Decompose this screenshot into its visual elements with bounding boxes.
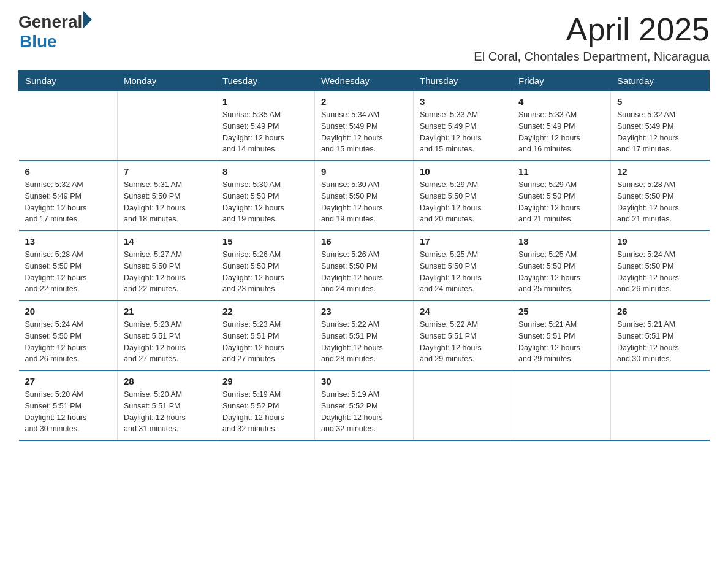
day-number: 3 bbox=[420, 96, 506, 107]
calendar-cell: 18Sunrise: 5:25 AMSunset: 5:50 PMDayligh… bbox=[512, 231, 611, 301]
day-info: Sunrise: 5:33 AMSunset: 5:49 PMDaylight:… bbox=[518, 109, 604, 155]
calendar-cell: 26Sunrise: 5:21 AMSunset: 5:51 PMDayligh… bbox=[611, 301, 710, 370]
day-info: Sunrise: 5:21 AMSunset: 5:51 PMDaylight:… bbox=[617, 319, 703, 365]
day-number: 15 bbox=[222, 236, 308, 247]
day-number: 24 bbox=[420, 306, 506, 316]
day-number: 27 bbox=[25, 376, 112, 386]
day-info: Sunrise: 5:21 AMSunset: 5:51 PMDaylight:… bbox=[518, 319, 604, 365]
calendar-cell: 6Sunrise: 5:32 AMSunset: 5:49 PMDaylight… bbox=[19, 161, 118, 231]
calendar-cell: 7Sunrise: 5:31 AMSunset: 5:50 PMDaylight… bbox=[118, 161, 216, 231]
day-number: 23 bbox=[321, 306, 407, 316]
calendar-cell: 11Sunrise: 5:29 AMSunset: 5:50 PMDayligh… bbox=[512, 161, 611, 231]
calendar-cell: 28Sunrise: 5:20 AMSunset: 5:51 PMDayligh… bbox=[118, 370, 216, 440]
day-number: 10 bbox=[420, 166, 506, 177]
logo: General Blue bbox=[18, 12, 92, 52]
calendar-cell bbox=[414, 370, 512, 440]
calendar-cell: 13Sunrise: 5:28 AMSunset: 5:50 PMDayligh… bbox=[19, 231, 118, 301]
day-info: Sunrise: 5:27 AMSunset: 5:50 PMDaylight:… bbox=[124, 249, 210, 295]
calendar-header-row: SundayMondayTuesdayWednesdayThursdayFrid… bbox=[19, 71, 710, 91]
calendar-cell: 17Sunrise: 5:25 AMSunset: 5:50 PMDayligh… bbox=[414, 231, 512, 301]
day-info: Sunrise: 5:25 AMSunset: 5:50 PMDaylight:… bbox=[518, 249, 604, 295]
calendar-week-row: 1Sunrise: 5:35 AMSunset: 5:49 PMDaylight… bbox=[19, 91, 710, 161]
weekday-header-wednesday: Wednesday bbox=[315, 71, 414, 91]
logo-text-general: General bbox=[18, 12, 82, 32]
logo-text-blue: Blue bbox=[20, 32, 92, 52]
calendar-cell: 3Sunrise: 5:33 AMSunset: 5:49 PMDaylight… bbox=[414, 91, 512, 161]
calendar-cell bbox=[611, 370, 710, 440]
day-info: Sunrise: 5:22 AMSunset: 5:51 PMDaylight:… bbox=[321, 319, 407, 365]
logo-arrow-icon bbox=[83, 11, 92, 28]
day-info: Sunrise: 5:23 AMSunset: 5:51 PMDaylight:… bbox=[222, 319, 308, 365]
day-info: Sunrise: 5:19 AMSunset: 5:52 PMDaylight:… bbox=[222, 389, 308, 435]
day-number: 1 bbox=[222, 96, 308, 107]
weekday-header-sunday: Sunday bbox=[19, 71, 118, 91]
page-header: General Blue April 2025 El Coral, Chonta… bbox=[18, 12, 710, 64]
calendar-cell: 1Sunrise: 5:35 AMSunset: 5:49 PMDaylight… bbox=[216, 91, 315, 161]
calendar-cell: 19Sunrise: 5:24 AMSunset: 5:50 PMDayligh… bbox=[611, 231, 710, 301]
day-info: Sunrise: 5:31 AMSunset: 5:50 PMDaylight:… bbox=[124, 179, 210, 225]
calendar-cell: 25Sunrise: 5:21 AMSunset: 5:51 PMDayligh… bbox=[512, 301, 611, 370]
day-number: 11 bbox=[518, 166, 604, 177]
day-info: Sunrise: 5:28 AMSunset: 5:50 PMDaylight:… bbox=[617, 179, 703, 225]
day-number: 21 bbox=[124, 306, 210, 316]
calendar-week-row: 20Sunrise: 5:24 AMSunset: 5:50 PMDayligh… bbox=[19, 301, 710, 370]
location-title: El Coral, Chontales Department, Nicaragu… bbox=[474, 50, 710, 64]
calendar-cell: 8Sunrise: 5:30 AMSunset: 5:50 PMDaylight… bbox=[216, 161, 315, 231]
day-info: Sunrise: 5:23 AMSunset: 5:51 PMDaylight:… bbox=[124, 319, 210, 365]
day-number: 26 bbox=[617, 306, 703, 316]
day-info: Sunrise: 5:24 AMSunset: 5:50 PMDaylight:… bbox=[617, 249, 703, 295]
calendar-cell: 9Sunrise: 5:30 AMSunset: 5:50 PMDaylight… bbox=[315, 161, 414, 231]
day-info: Sunrise: 5:20 AMSunset: 5:51 PMDaylight:… bbox=[124, 389, 210, 435]
title-section: April 2025 El Coral, Chontales Departmen… bbox=[474, 12, 710, 64]
day-info: Sunrise: 5:29 AMSunset: 5:50 PMDaylight:… bbox=[518, 179, 604, 225]
day-info: Sunrise: 5:28 AMSunset: 5:50 PMDaylight:… bbox=[25, 249, 112, 295]
day-number: 7 bbox=[124, 166, 210, 177]
day-number: 16 bbox=[321, 236, 407, 247]
calendar-cell: 24Sunrise: 5:22 AMSunset: 5:51 PMDayligh… bbox=[414, 301, 512, 370]
day-number: 22 bbox=[222, 306, 308, 316]
day-number: 6 bbox=[25, 166, 112, 177]
calendar-cell bbox=[19, 91, 118, 161]
day-number: 8 bbox=[222, 166, 308, 177]
weekday-header-tuesday: Tuesday bbox=[216, 71, 315, 91]
day-info: Sunrise: 5:29 AMSunset: 5:50 PMDaylight:… bbox=[420, 179, 506, 225]
day-info: Sunrise: 5:26 AMSunset: 5:50 PMDaylight:… bbox=[222, 249, 308, 295]
day-info: Sunrise: 5:20 AMSunset: 5:51 PMDaylight:… bbox=[25, 389, 112, 435]
calendar-table: SundayMondayTuesdayWednesdayThursdayFrid… bbox=[18, 70, 710, 441]
calendar-cell: 27Sunrise: 5:20 AMSunset: 5:51 PMDayligh… bbox=[19, 370, 118, 440]
calendar-cell: 30Sunrise: 5:19 AMSunset: 5:52 PMDayligh… bbox=[315, 370, 414, 440]
calendar-cell: 14Sunrise: 5:27 AMSunset: 5:50 PMDayligh… bbox=[118, 231, 216, 301]
day-number: 5 bbox=[617, 96, 703, 107]
day-info: Sunrise: 5:32 AMSunset: 5:49 PMDaylight:… bbox=[617, 109, 703, 155]
calendar-cell: 12Sunrise: 5:28 AMSunset: 5:50 PMDayligh… bbox=[611, 161, 710, 231]
day-number: 2 bbox=[321, 96, 407, 107]
day-number: 12 bbox=[617, 166, 703, 177]
calendar-cell: 21Sunrise: 5:23 AMSunset: 5:51 PMDayligh… bbox=[118, 301, 216, 370]
calendar-cell: 15Sunrise: 5:26 AMSunset: 5:50 PMDayligh… bbox=[216, 231, 315, 301]
calendar-cell: 22Sunrise: 5:23 AMSunset: 5:51 PMDayligh… bbox=[216, 301, 315, 370]
weekday-header-monday: Monday bbox=[118, 71, 216, 91]
calendar-cell: 10Sunrise: 5:29 AMSunset: 5:50 PMDayligh… bbox=[414, 161, 512, 231]
day-number: 19 bbox=[617, 236, 703, 247]
day-number: 9 bbox=[321, 166, 407, 177]
month-title: April 2025 bbox=[474, 12, 710, 47]
day-info: Sunrise: 5:33 AMSunset: 5:49 PMDaylight:… bbox=[420, 109, 506, 155]
calendar-cell: 4Sunrise: 5:33 AMSunset: 5:49 PMDaylight… bbox=[512, 91, 611, 161]
day-info: Sunrise: 5:19 AMSunset: 5:52 PMDaylight:… bbox=[321, 389, 407, 435]
calendar-week-row: 27Sunrise: 5:20 AMSunset: 5:51 PMDayligh… bbox=[19, 370, 710, 440]
calendar-cell: 5Sunrise: 5:32 AMSunset: 5:49 PMDaylight… bbox=[611, 91, 710, 161]
day-number: 29 bbox=[222, 376, 308, 386]
day-number: 18 bbox=[518, 236, 604, 247]
day-info: Sunrise: 5:25 AMSunset: 5:50 PMDaylight:… bbox=[420, 249, 506, 295]
day-number: 20 bbox=[25, 306, 112, 316]
day-info: Sunrise: 5:30 AMSunset: 5:50 PMDaylight:… bbox=[321, 179, 407, 225]
calendar-cell: 20Sunrise: 5:24 AMSunset: 5:50 PMDayligh… bbox=[19, 301, 118, 370]
day-number: 17 bbox=[420, 236, 506, 247]
calendar-cell: 16Sunrise: 5:26 AMSunset: 5:50 PMDayligh… bbox=[315, 231, 414, 301]
calendar-cell: 29Sunrise: 5:19 AMSunset: 5:52 PMDayligh… bbox=[216, 370, 315, 440]
calendar-week-row: 13Sunrise: 5:28 AMSunset: 5:50 PMDayligh… bbox=[19, 231, 710, 301]
day-info: Sunrise: 5:32 AMSunset: 5:49 PMDaylight:… bbox=[25, 179, 112, 225]
calendar-week-row: 6Sunrise: 5:32 AMSunset: 5:49 PMDaylight… bbox=[19, 161, 710, 231]
day-info: Sunrise: 5:34 AMSunset: 5:49 PMDaylight:… bbox=[321, 109, 407, 155]
day-number: 25 bbox=[518, 306, 604, 316]
